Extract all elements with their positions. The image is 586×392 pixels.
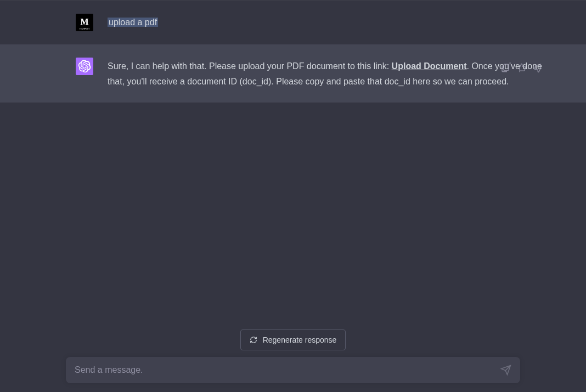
user-avatar: M TECHPOST bbox=[76, 14, 93, 31]
message-input[interactable] bbox=[75, 365, 500, 375]
svg-rect-0 bbox=[504, 64, 509, 70]
message-input-container bbox=[66, 357, 520, 383]
bottom-input-area: Regenerate response bbox=[0, 329, 586, 392]
assistant-message-row: Sure, I can help with that. Please uploa… bbox=[0, 44, 586, 103]
upload-document-link[interactable]: Upload Document bbox=[392, 61, 467, 71]
assistant-avatar bbox=[76, 58, 93, 75]
message-action-buttons bbox=[500, 63, 543, 73]
regenerate-button[interactable]: Regenerate response bbox=[240, 329, 346, 350]
regenerate-label: Regenerate response bbox=[263, 336, 337, 344]
thumbs-down-icon[interactable] bbox=[533, 63, 543, 73]
user-message-text: upload a pdf bbox=[108, 18, 158, 27]
user-message-row: M TECHPOST upload a pdf bbox=[0, 0, 586, 44]
refresh-icon bbox=[250, 336, 257, 344]
copy-icon[interactable] bbox=[500, 63, 510, 73]
assistant-text-before: Sure, I can help with that. Please uploa… bbox=[108, 61, 392, 71]
user-message-content: upload a pdf bbox=[108, 14, 542, 31]
thumbs-up-icon[interactable] bbox=[517, 63, 527, 73]
assistant-message-content: Sure, I can help with that. Please uploa… bbox=[108, 58, 542, 89]
send-icon[interactable] bbox=[500, 365, 511, 376]
